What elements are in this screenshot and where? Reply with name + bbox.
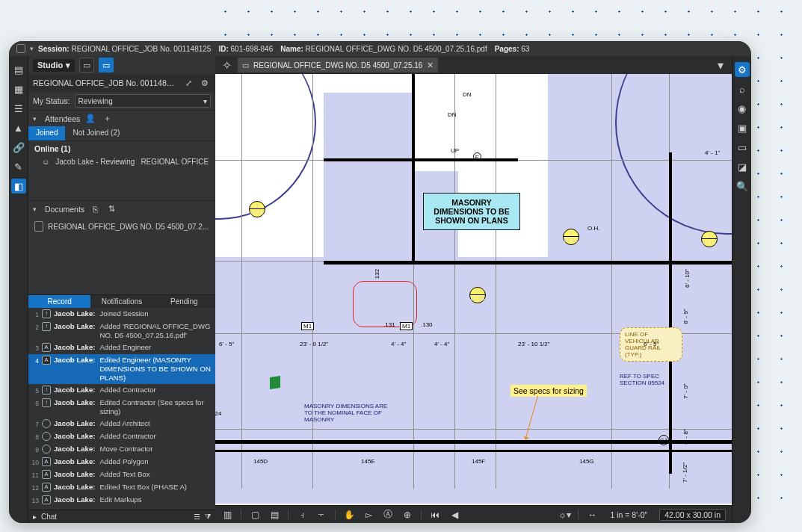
signatures-icon[interactable]: ✎ [11,159,26,174]
record-row[interactable]: 4AJacob Lake:Edited Engineer (MASONRY DI… [28,354,215,384]
pages-label: Pages: [495,45,519,53]
record-row[interactable]: 8Jacob Lake:Added Contractor [28,430,215,443]
collapse-icon[interactable]: ▾ [33,115,40,123]
record-type-icon [42,398,51,407]
studio-dropdown[interactable]: Studio ▾ [33,59,75,72]
app-icon [16,44,25,53]
expand-icon[interactable]: ⤢ [182,77,194,89]
single-page-icon[interactable]: ▢ [249,509,261,521]
thumbnails-icon[interactable]: ▦ [11,81,26,96]
links-icon[interactable]: 🔗 [11,140,26,155]
attendee-row[interactable]: ☺ Jacob Lake - Reviewing REGIONAL OFFICE [28,156,215,169]
record-row[interactable]: 9Jacob Lake:Move Contractor [28,443,215,456]
record-author: Jacob Lake: [54,495,95,504]
grid-label: 145E [361,458,375,465]
record-row[interactable]: 7Jacob Lake:Added Architect [28,418,215,430]
document-item[interactable]: REGIONAL OFFICE_DWG NO. D5 4500_07.2... [33,220,211,233]
record-row[interactable]: 6Jacob Lake:Edited Contractor (See specs… [28,397,215,418]
document-name: REGIONAL OFFICE_DWG NO. D5 4500_07.2... [48,223,209,231]
section-callout: 2A7.05 [469,287,486,303]
grid-label: 145G [579,458,594,465]
properties-gear-icon[interactable]: ⚙ [735,62,750,77]
attendee-name: Jacob Lake - Reviewing [55,158,135,166]
add-document-icon[interactable]: ⎘ [89,203,101,215]
record-row[interactable]: 12AJacob Lake:Edited Text Box (PHASE A) [28,481,215,494]
record-row[interactable]: 13AJacob Lake:Edit Markups [28,494,215,507]
split-h-icon[interactable]: ⫞ [296,509,308,521]
joined-tab[interactable]: Joined [28,126,65,140]
profile-icon[interactable]: ◉ [735,101,750,116]
filter-icon[interactable]: ⧩ [205,513,211,522]
settings-icon[interactable]: ⚙ [199,77,211,89]
oh-label: O.H. [587,225,599,232]
pan-icon[interactable]: ✋ [343,509,355,521]
pending-tab[interactable]: Pending [153,295,215,308]
collapse-icon[interactable]: ▾ [33,205,40,213]
id-label: ID: [218,45,228,53]
projects-toggle[interactable]: ▭ [79,58,94,72]
forms-icon[interactable]: ▣ [735,120,750,135]
record-type-icon [42,386,51,395]
page-nav-icon[interactable]: ▥ [221,509,233,521]
record-row[interactable]: 2Jacob Lake:Added 'REGIONAL OFFICE_DWG N… [28,321,215,341]
follow-attendee-icon[interactable]: 👤 [84,113,96,125]
notjoined-tab[interactable]: Not Joined (2) [65,126,127,140]
scale-readout[interactable]: 1 in = 8'-0" [605,510,652,520]
record-row[interactable]: 3AJacob Lake:Added Engineer [28,341,215,354]
record-action: Edit Markups [99,495,212,504]
record-index: 7 [30,419,39,429]
flag-marker[interactable] [270,376,280,389]
record-type-icon [42,432,51,441]
search-2-icon[interactable]: 🔍 [735,179,750,194]
mystatus-select[interactable]: Reviewing ▾ [75,94,211,108]
sort-icon[interactable]: ⇅ [105,203,117,215]
studio-icon[interactable]: ◧ [11,179,26,194]
record-type-icon: A [42,483,51,492]
add-attendee-icon[interactable]: ＋ [101,113,113,125]
layers-icon[interactable]: ◪ [735,159,750,174]
record-author: Jacob Lake: [54,432,95,441]
split-v-icon[interactable]: ⫟ [315,509,327,521]
revision-cloud[interactable] [353,281,417,327]
drawing-viewer[interactable]: MASONRY DIMENSIONS TO BE SHOWN ON PLANS … [215,74,732,505]
close-tab-icon[interactable]: ✕ [427,61,434,70]
select-icon[interactable]: ▻ [363,509,374,521]
tab-menu-chevron-icon[interactable]: ▾ [714,58,727,72]
document-tab[interactable]: ▭ REGIONAL OFFICE_DWG NO. D5 4500_07.25.… [238,58,438,72]
mark-tag: M1 [400,322,413,330]
record-index: 1 [30,309,39,319]
record-row[interactable]: 11AJacob Lake:Added Text Box [28,468,215,481]
record-author: Jacob Lake: [54,483,95,492]
bookmarks-icon[interactable]: ☰ [11,101,26,116]
record-row[interactable]: 5Jacob Lake:Added Contractor [28,384,215,397]
markups-list-icon[interactable]: ☰ [194,513,200,521]
record-tab[interactable]: Record [28,295,90,308]
brightness-icon[interactable]: ☼▾ [558,509,570,521]
content-area: ✧ ▭ REGIONAL OFFICE_DWG NO. D5 4500_07.2… [215,56,732,523]
search-icon[interactable]: ⌕ [735,81,750,96]
app-menu-chevron-icon[interactable]: ▾ [30,45,34,52]
record-index: 6 [30,398,39,408]
first-page-icon[interactable]: ⏮ [429,509,441,521]
record-row[interactable]: 10AJacob Lake:Added Polygon [28,456,215,468]
continuous-icon[interactable]: ▤ [268,509,280,521]
notifications-tab[interactable]: Notifications [90,295,152,308]
file-access-icon[interactable]: ▤ [11,62,26,77]
dim-text: 4' - 4" [391,341,406,347]
record-row[interactable]: 1Jacob Lake:Joined Session [28,308,215,321]
sets-icon[interactable]: ▲ [11,120,26,135]
chat-bar[interactable]: ▸ Chat ☰ ⧩ [28,510,215,523]
dim-tool-icon[interactable]: ✧ [220,58,233,72]
sessions-toggle[interactable]: ▭ [99,58,114,72]
zoom-icon[interactable]: ⊕ [401,509,413,521]
measure-icon[interactable]: ▭ [735,140,750,155]
dim-text: 23' - 0 1/2" [300,341,328,347]
session-value: REGIONAL OFFICE_JOB No. 001148125 [71,45,211,53]
prev-page-icon[interactable]: ◀ [448,509,460,521]
record-action: Added 'REGIONAL OFFICE_DWG NO. D5 4500_0… [99,322,212,340]
select-text-icon[interactable]: Ⓐ [382,509,394,521]
attendee-file: REGIONAL OFFICE [141,158,209,166]
specs-note[interactable]: See specs for sizing [510,385,587,397]
record-type-icon [42,322,51,331]
calibrate-icon[interactable]: ↔ [586,509,598,521]
